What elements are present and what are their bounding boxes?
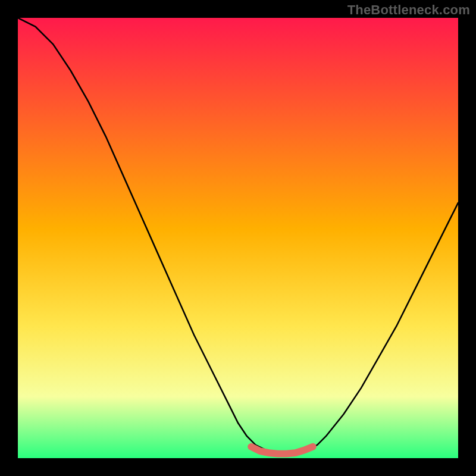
watermark-text: TheBottleneck.com (347, 2, 470, 18)
bottleneck-chart (18, 18, 458, 458)
chart-frame: TheBottleneck.com (0, 0, 476, 476)
plot-background (18, 18, 458, 458)
